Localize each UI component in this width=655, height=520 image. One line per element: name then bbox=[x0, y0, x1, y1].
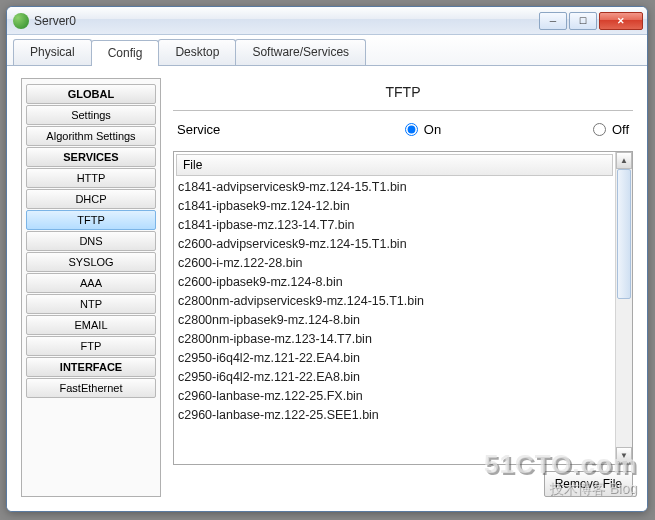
file-scroll-area: File c1841-advipservicesk9-mz.124-15.T1.… bbox=[174, 152, 615, 464]
service-on-radio[interactable] bbox=[405, 123, 418, 136]
main-panel: TFTP Service On Off File c1841-advipserv… bbox=[173, 78, 633, 497]
content-body: GLOBAL Settings Algorithm Settings SERVI… bbox=[7, 66, 647, 511]
sidebar-item-aaa[interactable]: AAA bbox=[26, 273, 156, 293]
file-item[interactable]: c1841-ipbase-mz.123-14.T7.bin bbox=[178, 216, 611, 235]
file-item[interactable]: c2800nm-ipbasek9-mz.124-8.bin bbox=[178, 311, 611, 330]
minimize-button[interactable]: ─ bbox=[539, 12, 567, 30]
tab-software-services[interactable]: Software/Services bbox=[235, 39, 366, 65]
sidebar-header-global: GLOBAL bbox=[26, 84, 156, 104]
file-item[interactable]: c2950-i6q4l2-mz.121-22.EA4.bin bbox=[178, 349, 611, 368]
service-off-radio[interactable] bbox=[593, 123, 606, 136]
file-column-header[interactable]: File bbox=[176, 154, 613, 176]
file-item[interactable]: c2960-lanbase-mz.122-25.SEE1.bin bbox=[178, 406, 611, 425]
remove-row: Remove File bbox=[173, 465, 633, 497]
sidebar-item-fastethernet[interactable]: FastEthernet bbox=[26, 378, 156, 398]
scroll-down-icon[interactable]: ▼ bbox=[616, 447, 632, 464]
file-item[interactable]: c1841-ipbasek9-mz.124-12.bin bbox=[178, 197, 611, 216]
sidebar-item-ftp[interactable]: FTP bbox=[26, 336, 156, 356]
app-window: Server0 ─ ☐ ✕ Physical Config Desktop So… bbox=[6, 6, 648, 512]
sidebar: GLOBAL Settings Algorithm Settings SERVI… bbox=[21, 78, 161, 497]
scroll-up-icon[interactable]: ▲ bbox=[616, 152, 632, 169]
file-item[interactable]: c2600-ipbasek9-mz.124-8.bin bbox=[178, 273, 611, 292]
close-button[interactable]: ✕ bbox=[599, 12, 643, 30]
sidebar-item-email[interactable]: EMAIL bbox=[26, 315, 156, 335]
scrollbar[interactable]: ▲ ▼ bbox=[615, 152, 632, 464]
scroll-track[interactable] bbox=[616, 169, 632, 447]
file-item[interactable]: c2950-i6q4l2-mz.121-22.EA8.bin bbox=[178, 368, 611, 387]
tab-desktop[interactable]: Desktop bbox=[158, 39, 236, 65]
tab-physical[interactable]: Physical bbox=[13, 39, 92, 65]
service-label: Service bbox=[177, 122, 287, 137]
service-on-label: On bbox=[424, 122, 441, 137]
app-icon bbox=[13, 13, 29, 29]
remove-file-button[interactable]: Remove File bbox=[544, 471, 633, 497]
file-item[interactable]: c2600-advipservicesk9-mz.124-15.T1.bin bbox=[178, 235, 611, 254]
service-off-option[interactable]: Off bbox=[559, 122, 629, 137]
tab-bar: Physical Config Desktop Software/Service… bbox=[7, 35, 647, 66]
sidebar-item-http[interactable]: HTTP bbox=[26, 168, 156, 188]
page-title: TFTP bbox=[173, 78, 633, 110]
service-row: Service On Off bbox=[173, 112, 633, 151]
file-item[interactable]: c1841-advipservicesk9-mz.124-15.T1.bin bbox=[178, 178, 611, 197]
file-list[interactable]: c1841-advipservicesk9-mz.124-15.T1.binc1… bbox=[174, 178, 615, 464]
sidebar-item-ntp[interactable]: NTP bbox=[26, 294, 156, 314]
sidebar-item-dhcp[interactable]: DHCP bbox=[26, 189, 156, 209]
file-item[interactable]: c2800nm-ipbase-mz.123-14.T7.bin bbox=[178, 330, 611, 349]
file-item[interactable]: c2800nm-advipservicesk9-mz.124-15.T1.bin bbox=[178, 292, 611, 311]
file-item[interactable]: c2960-lanbase-mz.122-25.FX.bin bbox=[178, 387, 611, 406]
sidebar-header-services: SERVICES bbox=[26, 147, 156, 167]
sidebar-header-interface: INTERFACE bbox=[26, 357, 156, 377]
service-on-option[interactable]: On bbox=[287, 122, 559, 137]
sidebar-item-syslog[interactable]: SYSLOG bbox=[26, 252, 156, 272]
sidebar-item-algorithm-settings[interactable]: Algorithm Settings bbox=[26, 126, 156, 146]
sidebar-item-settings[interactable]: Settings bbox=[26, 105, 156, 125]
maximize-button[interactable]: ☐ bbox=[569, 12, 597, 30]
tab-config[interactable]: Config bbox=[91, 40, 160, 66]
sidebar-item-dns[interactable]: DNS bbox=[26, 231, 156, 251]
sidebar-item-tftp[interactable]: TFTP bbox=[26, 210, 156, 230]
titlebar: Server0 ─ ☐ ✕ bbox=[7, 7, 647, 35]
file-item[interactable]: c2600-i-mz.122-28.bin bbox=[178, 254, 611, 273]
window-controls: ─ ☐ ✕ bbox=[539, 12, 643, 30]
service-off-label: Off bbox=[612, 122, 629, 137]
file-list-box: File c1841-advipservicesk9-mz.124-15.T1.… bbox=[173, 151, 633, 465]
scroll-thumb[interactable] bbox=[617, 169, 631, 299]
window-title: Server0 bbox=[34, 14, 539, 28]
